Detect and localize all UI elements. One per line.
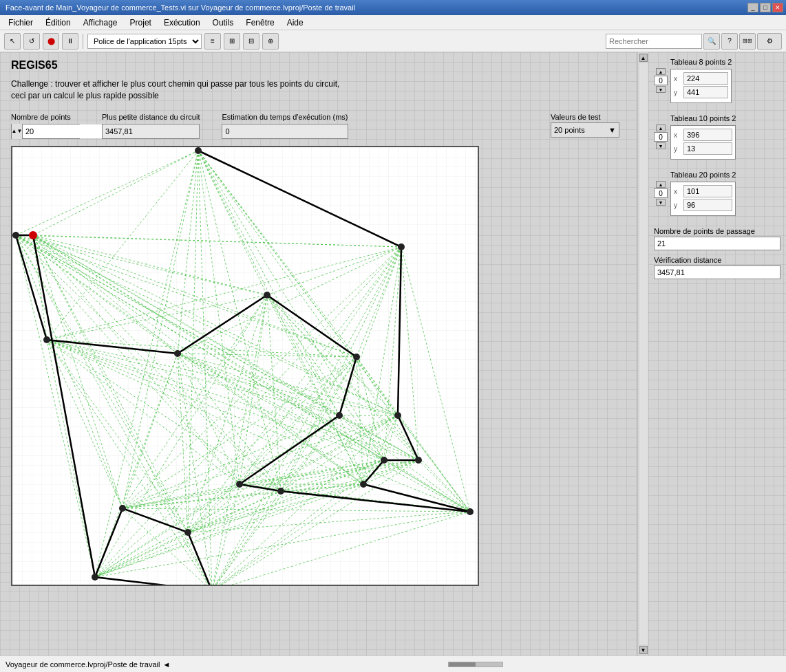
passage-value: 21 xyxy=(654,237,780,250)
table20-section: ▲ 0 ▼ Tableau 20 points 2 x 101 y 96 xyxy=(654,171,780,216)
status-progress-bar xyxy=(449,662,476,666)
left-panel: REGIS65 Challenge : trouver et afficher … xyxy=(0,52,637,655)
node-9 xyxy=(360,481,367,488)
smallest-dist-group: Plus petite distance du circuit 3457,81 xyxy=(102,113,200,139)
menu-edition[interactable]: Édition xyxy=(40,17,76,29)
search-icon[interactable]: 🔍 xyxy=(703,33,720,50)
status-bar: Voyageur de commerce.lvproj/Poste de tra… xyxy=(0,655,786,672)
right-panel: ▲ 0 ▼ Tableau 8 points 2 x 224 y 441 xyxy=(648,52,786,655)
node-start xyxy=(29,231,37,239)
grid-bg xyxy=(12,147,478,585)
num-points-input[interactable]: ▲▼ xyxy=(11,124,80,139)
table8-x-label: x xyxy=(674,75,681,83)
passage-label: Nombre de points de passage xyxy=(654,227,780,235)
table10-y-row: y 13 xyxy=(674,142,732,155)
num-points-group: Nombre de points ▲▼ xyxy=(11,113,80,139)
title-bar: Face-avant de Main_Voyageur de commerce_… xyxy=(0,0,786,15)
table10-x-label: x xyxy=(674,131,681,139)
table8-y-row: y 441 xyxy=(674,86,728,98)
graph-canvas xyxy=(11,146,479,586)
node-12 xyxy=(415,457,422,464)
node-2 xyxy=(336,412,343,419)
scroll-up[interactable]: ▲ xyxy=(639,54,648,62)
num-points-spin[interactable]: ▲▼ xyxy=(12,124,23,139)
toolbar-arrow-btn[interactable]: ↖ xyxy=(4,33,21,50)
table20-spin-up[interactable]: ▲ xyxy=(656,181,666,188)
table8-index-value: 0 xyxy=(654,76,668,85)
toolbar-refresh-btn[interactable]: ↺ xyxy=(23,33,40,50)
table10-x-row: x 396 xyxy=(674,129,732,141)
close-button[interactable]: ✕ xyxy=(772,3,783,12)
toolbar-extra-btn[interactable]: ⊕ xyxy=(262,33,279,50)
table10-spin-down[interactable]: ▼ xyxy=(656,142,666,149)
app-title: REGIS65 xyxy=(11,59,626,72)
table8-y-value: 441 xyxy=(683,86,728,98)
menu-affichage[interactable]: Affichage xyxy=(78,17,123,29)
table8-x-value: 224 xyxy=(683,72,728,85)
toolbar-layout-btn[interactable]: ⊟ xyxy=(243,33,259,50)
table8-widget: x 224 y 441 xyxy=(670,69,732,103)
font-select[interactable]: Police de l'application 15pts xyxy=(87,34,202,49)
menu-aide[interactable]: Aide xyxy=(282,17,309,29)
toolbar-align-btn[interactable]: ≡ xyxy=(204,33,221,50)
scroll-down[interactable]: ▼ xyxy=(639,646,648,654)
table8-x-row: x 224 xyxy=(674,72,728,85)
exec-time-value: 0 xyxy=(222,124,348,139)
menu-projet[interactable]: Projet xyxy=(125,17,157,29)
node-15 xyxy=(119,505,126,512)
graph-svg xyxy=(12,147,478,585)
toolbar-stop-btn[interactable]: ⬤ xyxy=(43,33,59,50)
table20-y-value: 96 xyxy=(683,199,732,211)
menu-bar: Fichier Édition Affichage Projet Exécuti… xyxy=(0,15,786,30)
node-16 xyxy=(184,529,191,536)
node-6 xyxy=(43,336,50,343)
menu-execution[interactable]: Exécution xyxy=(158,17,206,29)
help-icon[interactable]: ? xyxy=(721,33,738,50)
table20-x-label: x xyxy=(674,188,681,195)
search-area: 🔍 ? ⊞⊞ ⚙ xyxy=(606,33,782,50)
main-area: REGIS65 Challenge : trouver et afficher … xyxy=(0,52,786,655)
main-scrollbar[interactable]: ▲ ▼ xyxy=(637,52,648,655)
dropdown-arrow-icon: ▼ xyxy=(608,126,616,134)
passage-section: Nombre de points de passage 21 Vérificat… xyxy=(654,227,780,279)
description: Challenge : trouver et afficher le plus … xyxy=(11,78,355,102)
menu-outils[interactable]: Outils xyxy=(207,17,240,29)
test-values-container: Valeurs de test 20 points ▼ xyxy=(551,113,619,138)
table8-y-label: y xyxy=(674,89,681,96)
scroll-track xyxy=(639,63,648,644)
table8-spin-up[interactable]: ▲ xyxy=(656,68,666,75)
table20-spin-down[interactable]: ▼ xyxy=(656,199,666,206)
settings-icon[interactable]: ⚙ xyxy=(757,33,782,50)
toolbar-pause-btn[interactable]: ⏸ xyxy=(62,33,78,50)
table8-title: Tableau 8 points 2 xyxy=(670,58,732,66)
node-11 xyxy=(381,457,387,464)
title-bar-buttons[interactable]: _ □ ✕ xyxy=(747,3,783,12)
table10-spin-up[interactable]: ▲ xyxy=(656,124,666,131)
node-8 xyxy=(264,292,270,299)
table8-section: ▲ 0 ▼ Tableau 8 points 2 x 224 y 441 xyxy=(654,58,780,103)
menu-fenetre[interactable]: Fenêtre xyxy=(240,17,279,29)
verification-label: Vérification distance xyxy=(654,256,780,264)
grid-icon[interactable]: ⊞⊞ xyxy=(739,33,756,50)
smallest-dist-value: 3457,81 xyxy=(102,124,200,139)
table10-section: ▲ 0 ▼ Tableau 10 points 2 x 396 y 13 xyxy=(654,114,780,160)
node-1 xyxy=(398,243,405,250)
status-text: Voyageur de commerce.lvproj/Poste de tra… xyxy=(6,660,160,669)
table10-index-control: ▲ 0 ▼ xyxy=(654,124,668,149)
table10-index-value: 0 xyxy=(654,132,668,142)
search-input[interactable] xyxy=(606,34,702,49)
menu-fichier[interactable]: Fichier xyxy=(3,17,39,29)
table20-widget: x 101 y 96 xyxy=(670,182,736,216)
maximize-button[interactable]: □ xyxy=(760,3,771,12)
exec-time-label: Estimation du temps d'exécution (ms) xyxy=(222,113,348,121)
table10-y-value: 13 xyxy=(683,142,732,155)
toolbar-size-btn[interactable]: ⊞ xyxy=(224,33,240,50)
node-13 xyxy=(236,481,243,488)
node-18 xyxy=(467,508,474,515)
status-arrow: ◄ xyxy=(162,660,170,669)
minimize-button[interactable]: _ xyxy=(747,3,758,12)
table10-x-value: 396 xyxy=(683,129,732,141)
test-values-dropdown[interactable]: 20 points ▼ xyxy=(551,122,619,138)
table20-title: Tableau 20 points 2 xyxy=(670,171,736,179)
table8-spin-down[interactable]: ▼ xyxy=(656,86,666,93)
